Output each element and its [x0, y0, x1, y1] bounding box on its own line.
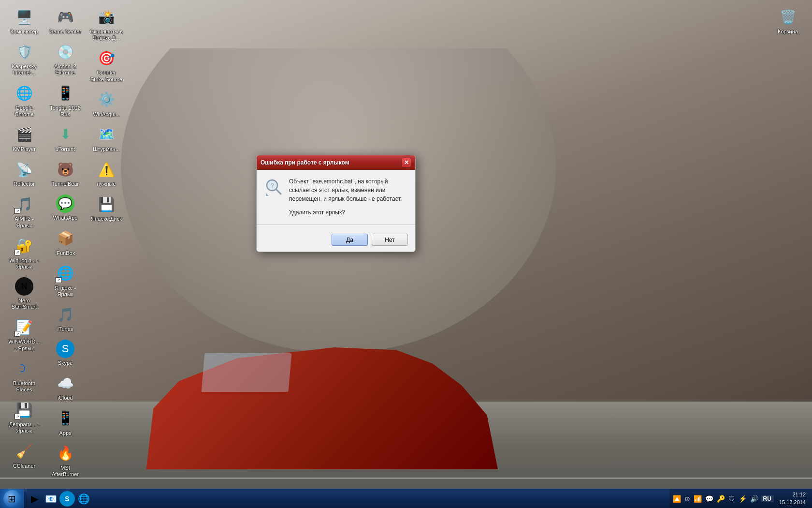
dialog-buttons: Да Нет	[257, 230, 415, 252]
dialog-yes-button[interactable]: Да	[332, 234, 368, 246]
dialog-close-button[interactable]: ✕	[402, 158, 411, 167]
dialog-no-button[interactable]: Нет	[372, 234, 408, 246]
error-dialog: Ошибка при работе с ярлыком ✕ ? Объе	[256, 155, 416, 252]
dialog-overlay: Ошибка при работе с ярлыком ✕ ? Объе	[0, 0, 812, 508]
dialog-message: Объект "exe.emorhc.bat", на который ссыл…	[289, 177, 408, 203]
dialog-text-area: Объект "exe.emorhc.bat", на который ссыл…	[289, 177, 408, 220]
dialog-title: Ошибка при работе с ярлыком	[261, 159, 349, 166]
dialog-question: Удалить этот ярлык?	[289, 209, 408, 216]
dialog-search-icon: ?	[264, 177, 283, 196]
dialog-divider	[257, 224, 415, 225]
svg-marker-3	[266, 193, 269, 196]
dialog-content: ? Объект "exe.emorhc.bat", на который сс…	[257, 170, 415, 224]
dialog-titlebar: Ошибка при работе с ярлыком ✕	[257, 155, 415, 170]
svg-text:?: ?	[271, 182, 274, 189]
svg-line-2	[276, 189, 281, 194]
